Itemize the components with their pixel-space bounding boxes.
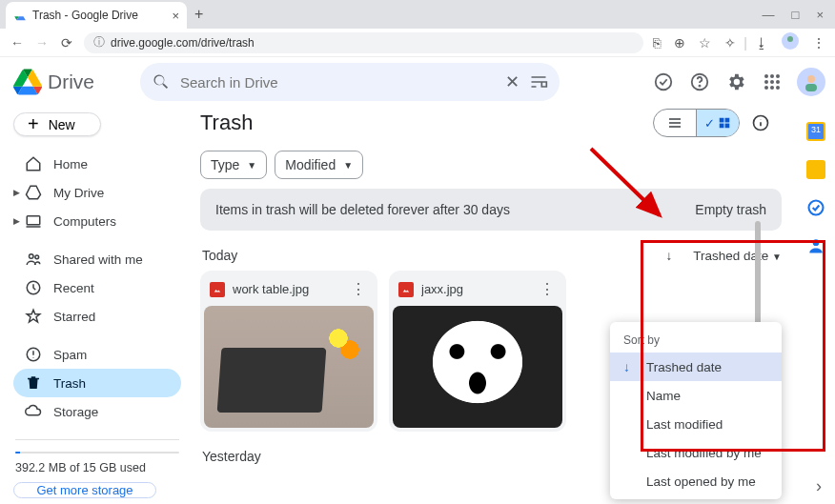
browser-profile-icon[interactable] bbox=[782, 32, 799, 52]
list-view-button[interactable] bbox=[654, 110, 696, 136]
drive-logo-icon bbox=[13, 68, 42, 96]
sidebar-label: Shared with me bbox=[53, 252, 143, 267]
sidebar-item-spam[interactable]: Spam bbox=[13, 340, 181, 369]
sidebar-item-shared[interactable]: Shared with me bbox=[13, 245, 181, 273]
image-file-icon bbox=[210, 282, 225, 297]
browser-toolbar: ← → ⟳ ⓘ drive.google.com/drive/trash ⎘ ⊕… bbox=[0, 29, 835, 57]
site-info-icon[interactable]: ⓘ bbox=[93, 34, 105, 50]
file-card[interactable]: jaxx.jpg ⋮ bbox=[389, 271, 566, 432]
keep-icon[interactable] bbox=[806, 160, 825, 179]
svg-point-9 bbox=[770, 80, 774, 84]
nav-forward-icon[interactable]: → bbox=[34, 35, 50, 50]
browser-menu-icon[interactable]: ⋮ bbox=[812, 35, 825, 50]
drive-logo[interactable]: Drive bbox=[13, 68, 94, 96]
tasks-icon[interactable] bbox=[806, 198, 825, 217]
offline-status-icon[interactable] bbox=[652, 71, 675, 93]
account-avatar[interactable] bbox=[797, 68, 825, 96]
address-bar[interactable]: ⓘ drive.google.com/drive/trash bbox=[84, 32, 643, 53]
search-bar[interactable]: ✕ bbox=[140, 63, 560, 101]
bookmark-icon[interactable]: ☆ bbox=[699, 35, 711, 50]
svg-point-5 bbox=[764, 74, 768, 78]
search-icon bbox=[152, 72, 171, 91]
sort-option-last-opened-by-me[interactable]: Last opened by me bbox=[610, 467, 782, 495]
svg-point-27 bbox=[813, 239, 820, 246]
search-options-icon[interactable] bbox=[529, 72, 548, 91]
browser-tab[interactable]: Trash - Google Drive × bbox=[6, 2, 187, 29]
zoom-icon[interactable]: ⊕ bbox=[674, 35, 685, 50]
tab-close-icon[interactable]: × bbox=[172, 9, 179, 23]
sidebar-item-recent[interactable]: Recent bbox=[13, 273, 181, 302]
banner-message: Items in trash will be deleted forever a… bbox=[215, 202, 510, 217]
side-panel: 31 bbox=[797, 107, 835, 504]
clear-search-icon[interactable]: ✕ bbox=[505, 71, 519, 92]
recent-icon bbox=[25, 279, 42, 296]
contacts-icon[interactable] bbox=[806, 236, 825, 255]
file-card[interactable]: work table.jpg ⋮ bbox=[200, 271, 377, 432]
extensions-icon[interactable]: ✧ bbox=[724, 35, 736, 50]
window-minimize-icon[interactable]: — bbox=[763, 8, 775, 22]
sidebar-item-home[interactable]: Home bbox=[13, 150, 181, 178]
install-app-icon[interactable]: ⎘ bbox=[653, 35, 661, 50]
home-icon bbox=[25, 155, 42, 172]
chevron-down-icon: ▼ bbox=[343, 160, 353, 171]
sort-option-last-modified-by-me[interactable]: Last modified by me bbox=[610, 438, 782, 467]
support-icon[interactable] bbox=[688, 71, 711, 93]
filter-chip-type[interactable]: Type▼ bbox=[200, 151, 267, 179]
downloads-icon[interactable]: ⭳ bbox=[755, 35, 768, 50]
sidebar-label: Computers bbox=[53, 214, 116, 229]
trash-banner: Items in trash will be deleted forever a… bbox=[200, 189, 782, 231]
sidebar-label: Recent bbox=[53, 281, 94, 295]
file-thumbnail bbox=[393, 306, 562, 428]
sidebar-label: Storage bbox=[53, 405, 98, 419]
nav-reload-icon[interactable]: ⟳ bbox=[59, 35, 74, 50]
sidebar-item-computers[interactable]: ▶Computers bbox=[13, 207, 181, 235]
file-more-icon[interactable]: ⋮ bbox=[536, 280, 559, 298]
sort-direction-icon[interactable]: ↓ bbox=[666, 249, 673, 263]
filter-chip-modified[interactable]: Modified▼ bbox=[275, 151, 363, 179]
sidebar-item-my-drive[interactable]: ▶My Drive bbox=[13, 178, 181, 207]
sort-option-last-modified[interactable]: Last modified bbox=[610, 410, 782, 438]
svg-point-6 bbox=[770, 74, 774, 78]
expand-caret-icon[interactable]: ▶ bbox=[13, 188, 20, 197]
drive-header: Drive ✕ bbox=[0, 57, 835, 107]
sidebar: + New Home ▶My Drive ▶Computers Shared w… bbox=[0, 107, 191, 504]
file-thumbnail bbox=[204, 306, 374, 428]
svg-point-2 bbox=[656, 74, 672, 91]
plus-icon: + bbox=[28, 113, 39, 135]
calendar-icon[interactable]: 31 bbox=[806, 122, 825, 141]
settings-icon[interactable] bbox=[724, 71, 747, 93]
starred-icon bbox=[25, 308, 42, 325]
svg-point-7 bbox=[776, 74, 780, 78]
drive-favicon bbox=[13, 9, 27, 22]
window-close-icon[interactable]: × bbox=[816, 8, 824, 22]
grid-view-button[interactable]: ✓ bbox=[697, 110, 739, 136]
svg-point-13 bbox=[776, 86, 780, 90]
sidebar-item-storage[interactable]: Storage bbox=[13, 397, 181, 426]
svg-point-14 bbox=[807, 75, 815, 83]
browser-tab-strip: Trash - Google Drive × + — □ × bbox=[0, 0, 835, 29]
sidebar-item-trash[interactable]: Trash bbox=[13, 369, 181, 397]
window-maximize-icon[interactable]: □ bbox=[792, 8, 800, 22]
check-icon: ↓ bbox=[623, 360, 637, 374]
search-input[interactable] bbox=[180, 74, 496, 91]
expand-caret-icon[interactable]: ▶ bbox=[13, 216, 20, 226]
get-more-storage-button[interactable]: Get more storage bbox=[13, 482, 156, 498]
new-tab-button[interactable]: + bbox=[194, 6, 203, 23]
sort-control[interactable]: ↓ Trashed date ▼ bbox=[666, 249, 782, 263]
sort-option-trashed-date[interactable]: ↓Trashed date bbox=[610, 353, 782, 381]
svg-point-18 bbox=[35, 255, 39, 259]
new-button[interactable]: + New bbox=[13, 112, 101, 136]
svg-point-1 bbox=[787, 36, 793, 42]
view-toggle: ✓ bbox=[653, 109, 740, 137]
empty-trash-button[interactable]: Empty trash bbox=[695, 202, 766, 217]
details-info-icon[interactable] bbox=[751, 113, 770, 132]
sort-option-name[interactable]: Name bbox=[610, 381, 782, 410]
google-apps-icon[interactable] bbox=[761, 71, 784, 93]
page-title: Trash bbox=[200, 111, 253, 135]
file-more-icon[interactable]: ⋮ bbox=[347, 280, 370, 298]
nav-back-icon[interactable]: ← bbox=[10, 35, 25, 50]
side-panel-toggle-icon[interactable]: › bbox=[816, 476, 822, 496]
sidebar-item-starred[interactable]: Starred bbox=[13, 302, 181, 331]
sidebar-label: Home bbox=[53, 157, 88, 171]
svg-rect-16 bbox=[27, 216, 40, 225]
